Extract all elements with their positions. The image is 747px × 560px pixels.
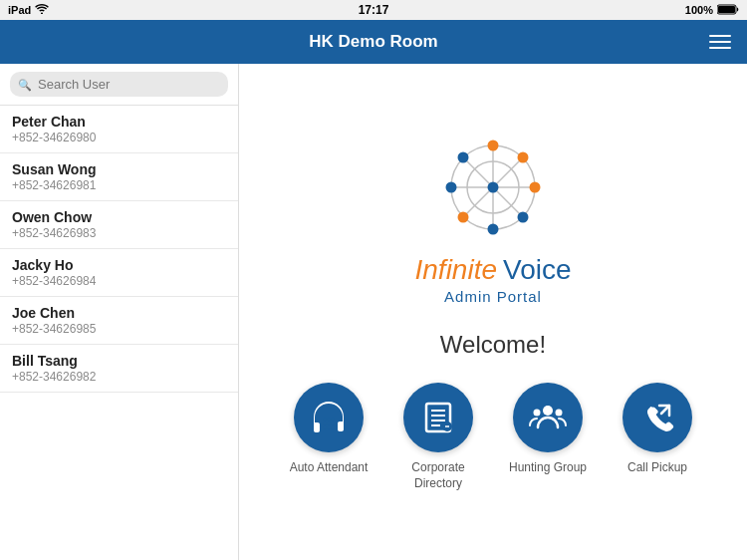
svg-point-15 xyxy=(458,151,469,162)
call-pickup-label: Call Pickup xyxy=(627,460,687,476)
contact-phone: +852-34626980 xyxy=(12,131,226,144)
menu-button[interactable] xyxy=(705,31,735,53)
contact-item[interactable]: Peter Chan +852-34626980 xyxy=(0,106,238,153)
hunting-group-label: Hunting Group xyxy=(509,460,587,476)
logo-graphic xyxy=(438,133,548,242)
svg-point-22 xyxy=(332,421,335,424)
menu-line xyxy=(709,47,731,49)
svg-rect-1 xyxy=(718,6,735,13)
hunting-group-icon-circle xyxy=(513,383,583,452)
contact-item[interactable]: Susan Wong +852-34626981 xyxy=(0,153,238,201)
svg-point-9 xyxy=(530,181,541,192)
svg-point-25 xyxy=(332,425,335,428)
status-bar: iPad 17:17 100% xyxy=(0,0,747,20)
contact-name: Jacky Ho xyxy=(12,257,226,273)
call-pickup-button[interactable]: Call Pickup xyxy=(613,383,702,476)
main-layout: Peter Chan +852-34626980 Susan Wong +852… xyxy=(0,64,747,560)
carrier-label: iPad xyxy=(8,4,31,16)
svg-point-16 xyxy=(488,181,499,192)
sidebar: Peter Chan +852-34626980 Susan Wong +852… xyxy=(0,64,239,560)
contact-item[interactable]: Owen Chow +852-34626983 xyxy=(0,201,238,249)
call-pickup-icon-circle xyxy=(622,383,692,452)
svg-point-34 xyxy=(534,409,541,416)
contact-name: Bill Tsang xyxy=(12,353,226,369)
logo-normal: Voice xyxy=(503,254,572,286)
contact-name: Joe Chen xyxy=(12,305,226,321)
contact-phone: +852-34626982 xyxy=(12,370,226,384)
corporate-directory-label: Corporate Directory xyxy=(393,460,483,491)
header-title: HK Demo Room xyxy=(309,32,437,52)
svg-point-13 xyxy=(446,181,457,192)
contact-item[interactable]: Jacky Ho +852-34626984 xyxy=(0,249,238,297)
menu-line xyxy=(709,41,731,43)
contact-name: Peter Chan xyxy=(12,114,226,130)
search-wrapper xyxy=(10,72,228,97)
app-header: HK Demo Room xyxy=(0,20,747,64)
svg-point-11 xyxy=(518,151,529,162)
svg-point-12 xyxy=(488,223,499,234)
contact-phone: +852-34626984 xyxy=(12,274,226,288)
svg-point-23 xyxy=(324,425,327,428)
battery-label: 100% xyxy=(685,4,713,16)
welcome-text: Welcome! xyxy=(440,331,546,359)
contact-phone: +852-34626983 xyxy=(12,226,226,240)
wifi-icon xyxy=(35,4,49,16)
search-container xyxy=(0,64,238,106)
svg-point-10 xyxy=(458,211,469,222)
contact-name: Susan Wong xyxy=(12,161,226,177)
contact-phone: +852-34626981 xyxy=(12,178,226,192)
search-input[interactable] xyxy=(10,72,228,97)
main-content: Infinite Voice Admin Portal Welcome! xyxy=(239,64,747,560)
logo-italic: Infinite xyxy=(415,254,498,286)
svg-point-8 xyxy=(488,140,499,150)
auto-attendant-label: Auto Attendant xyxy=(290,460,369,476)
corporate-directory-button[interactable]: Corporate Directory xyxy=(393,383,483,491)
admin-portal-label: Admin Portal xyxy=(444,288,542,305)
logo-text: Infinite Voice xyxy=(415,254,572,286)
contact-item[interactable]: Bill Tsang +852-34626982 xyxy=(0,345,238,393)
contact-name: Owen Chow xyxy=(12,209,226,225)
hunting-group-button[interactable]: Hunting Group xyxy=(503,383,593,476)
svg-point-14 xyxy=(518,211,529,222)
contact-phone: +852-34626985 xyxy=(12,322,226,336)
corporate-directory-icon-circle xyxy=(403,383,473,452)
svg-point-20 xyxy=(324,421,327,424)
svg-point-19 xyxy=(332,418,335,420)
action-buttons: Auto Attendant Corporate Directory xyxy=(284,383,702,491)
contact-item[interactable]: Joe Chen +852-34626985 xyxy=(0,297,238,345)
auto-attendant-button[interactable]: Auto Attendant xyxy=(284,383,374,476)
svg-point-21 xyxy=(328,421,331,424)
logo-area: Infinite Voice Admin Portal xyxy=(415,133,572,305)
menu-line xyxy=(709,35,731,37)
status-time: 17:17 xyxy=(359,3,389,17)
svg-point-18 xyxy=(328,418,331,420)
auto-attendant-icon-circle xyxy=(294,383,364,452)
svg-point-17 xyxy=(324,418,327,420)
svg-point-35 xyxy=(556,409,563,416)
svg-point-33 xyxy=(543,406,553,416)
contact-list: Peter Chan +852-34626980 Susan Wong +852… xyxy=(0,106,238,560)
battery-icon xyxy=(717,4,739,17)
svg-point-24 xyxy=(328,425,331,428)
